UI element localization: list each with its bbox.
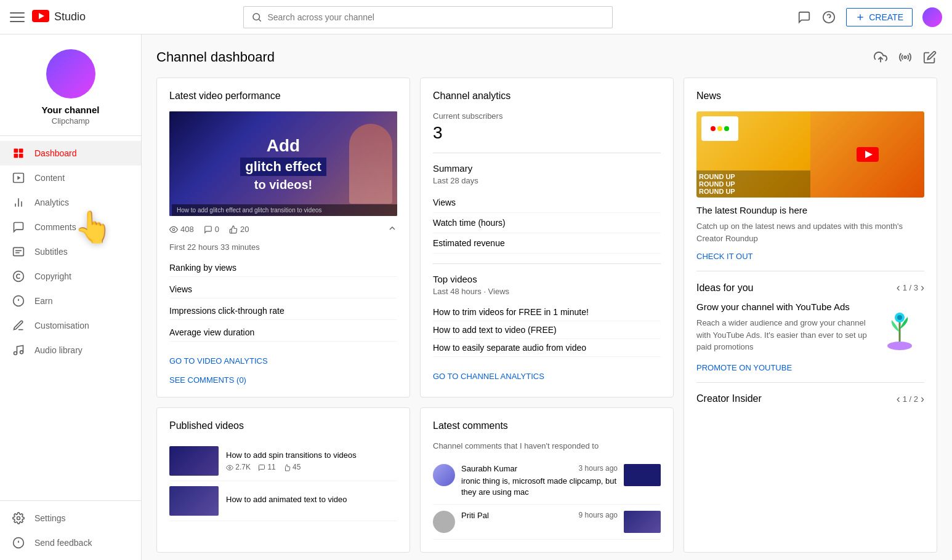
idea-desc: Reach a wider audience and grow your cha… xyxy=(696,317,875,353)
sidebar-item-customisation[interactable]: Customisation xyxy=(0,313,141,338)
comments-count-icon xyxy=(204,225,212,234)
latest-comments-card: Latest comments Channel comments that I … xyxy=(420,407,674,553)
sidebar: Your channel Clipchamp Dashboard Content xyxy=(0,34,142,560)
sidebar-item-comments[interactable]: Comments xyxy=(0,215,141,239)
channel-avatar[interactable] xyxy=(46,49,95,98)
topbar: Studio CREATE xyxy=(0,0,952,34)
user-avatar[interactable] xyxy=(922,7,942,27)
channel-name: Your channel xyxy=(42,105,100,115)
pub-comments-icon-1 xyxy=(258,464,265,471)
create-button[interactable]: CREATE xyxy=(846,8,913,26)
search-bar[interactable] xyxy=(243,6,613,28)
likes-count: 20 xyxy=(240,225,249,234)
stat-duration: Average view duration xyxy=(169,324,397,342)
yt-studio-logo[interactable]: Studio xyxy=(32,9,86,26)
views-meta: 408 xyxy=(169,225,194,234)
svg-rect-11 xyxy=(19,154,23,158)
edit-icon[interactable] xyxy=(922,50,937,65)
channel-analytics-card: Channel analytics Current subscribers 3 … xyxy=(420,78,674,398)
hamburger-menu[interactable] xyxy=(10,10,25,25)
comment-time-2: 9 hours ago xyxy=(579,511,618,520)
customisation-label: Customisation xyxy=(34,321,89,330)
pub-comments-1: 11 xyxy=(258,463,276,471)
sidebar-item-subtitles[interactable]: Subtitles xyxy=(0,239,141,264)
sidebar-item-earn[interactable]: Earn xyxy=(0,289,141,313)
news-img-line1: ROUND UP xyxy=(699,173,808,180)
go-to-video-analytics-btn[interactable]: GO TO VIDEO ANALYTICS xyxy=(169,356,268,366)
svg-rect-10 xyxy=(14,154,18,158)
sidebar-item-content[interactable]: Content xyxy=(0,166,141,190)
video-thumb-inner: Add glitch effect to videos! How to add … xyxy=(169,111,397,216)
ideas-title: Ideas for you xyxy=(696,282,754,294)
comment-header-2: Priti Pal 9 hours ago xyxy=(461,511,618,520)
svg-point-24 xyxy=(14,352,17,355)
video-meta: 408 0 20 xyxy=(169,223,397,235)
expand-btn[interactable] xyxy=(387,223,397,235)
sidebar-item-dashboard[interactable]: Dashboard xyxy=(0,141,141,166)
sidebar-bottom: Settings Send feedback xyxy=(0,500,141,560)
svg-rect-8 xyxy=(14,149,18,153)
youtube-icon xyxy=(32,9,49,26)
video-stats: Ranking by views Views Impressions click… xyxy=(169,259,397,342)
creator-next-btn[interactable]: › xyxy=(921,393,924,406)
copyright-icon xyxy=(12,270,25,282)
main-content: Channel dashboard Latest video performan… xyxy=(142,34,952,560)
upload-icon[interactable] xyxy=(873,50,888,65)
creator-prev-btn[interactable]: ‹ xyxy=(897,393,900,406)
ideas-content: Grow your channel with YouTube Ads Reach… xyxy=(696,302,924,353)
comments-subtitle: Channel comments that I haven't responde… xyxy=(433,441,661,450)
likes-icon xyxy=(229,225,238,234)
video-thumbnail[interactable]: Add glitch effect to videos! How to add … xyxy=(169,111,397,216)
feedback-label: Send feedback xyxy=(34,538,92,548)
news-img-inner: ROUND UP ROUND UP ROUND UP xyxy=(696,111,924,198)
live-icon[interactable] xyxy=(898,50,913,65)
plant-illustration xyxy=(878,302,921,351)
ideas-illustration xyxy=(875,302,924,351)
analytics-label: Analytics xyxy=(34,198,69,207)
ideas-section: Ideas for you ‹ 1 / 3 › Grow your channe… xyxy=(696,281,924,372)
see-comments-btn[interactable]: SEE COMMENTS (0) xyxy=(169,375,246,385)
summary-title: Summary xyxy=(433,163,661,174)
creator-insider-section: Creator Insider ‹ 1 / 2 › xyxy=(696,393,924,406)
comments-icon xyxy=(12,221,25,233)
audio-label: Audio library xyxy=(34,345,83,355)
earn-icon xyxy=(12,295,25,307)
pub-likes-1: 45 xyxy=(283,463,301,471)
audio-icon xyxy=(12,344,25,356)
pub-video-item-1: How to add spin transitions to videos 2.… xyxy=(169,441,397,481)
ideas-header: Ideas for you ‹ 1 / 3 › xyxy=(696,281,924,294)
sidebar-item-analytics[interactable]: Analytics xyxy=(0,190,141,215)
sidebar-item-copyright[interactable]: Copyright xyxy=(0,264,141,289)
stat-views: Views xyxy=(169,281,397,298)
ideas-prev-btn[interactable]: ‹ xyxy=(897,281,900,294)
ideas-text: Grow your channel with YouTube Ads Reach… xyxy=(696,302,875,353)
sidebar-item-audio[interactable]: Audio library xyxy=(0,338,141,362)
svg-point-32 xyxy=(172,228,175,231)
views-count: 408 xyxy=(180,225,194,234)
ideas-next-btn[interactable]: › xyxy=(921,281,924,294)
settings-icon xyxy=(12,512,25,524)
pub-info-1: How to add spin transitions to videos 2.… xyxy=(226,450,397,472)
channel-info: Your channel Clipchamp xyxy=(0,34,141,136)
creator-nav: ‹ 1 / 2 › xyxy=(897,393,924,406)
commenter-avatar-1 xyxy=(433,464,455,486)
feedback-icon xyxy=(12,537,25,549)
top-video-1: How to trim videos for FREE in 1 minute! xyxy=(433,303,661,321)
news-card: News xyxy=(684,78,937,553)
sidebar-item-settings[interactable]: Settings xyxy=(0,506,141,530)
svg-marker-13 xyxy=(17,176,20,180)
promote-on-youtube-btn[interactable]: PROMOTE ON YOUTUBE xyxy=(696,363,792,372)
summary-views: Views xyxy=(433,193,661,213)
messages-icon[interactable] xyxy=(797,10,812,25)
search-input[interactable] xyxy=(267,12,605,22)
summary-period: Last 28 days xyxy=(433,176,661,185)
sidebar-item-feedback[interactable]: Send feedback xyxy=(0,530,141,555)
comment-text-1: ironic thing is, microsoft made clipcamp… xyxy=(461,476,618,498)
pub-title-2: How to add animated text to video xyxy=(226,495,397,505)
help-icon[interactable] xyxy=(821,10,836,25)
news-img-line2: ROUND UP xyxy=(699,180,808,188)
pub-title-1: How to add spin transitions to videos xyxy=(226,450,397,461)
go-to-channel-analytics-btn[interactable]: GO TO CHANNEL ANALYTICS xyxy=(433,372,544,381)
check-it-out-btn[interactable]: CHECK IT OUT xyxy=(696,252,924,261)
comments-label: Comments xyxy=(34,222,76,232)
